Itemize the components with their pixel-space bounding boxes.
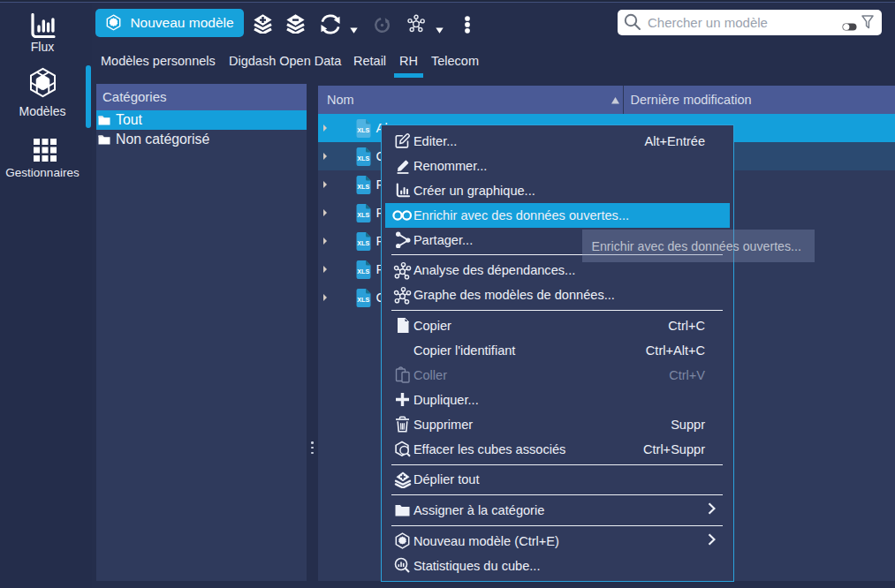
svg-text:XLS: XLS [357,210,369,218]
svg-text:XLS: XLS [357,182,369,190]
svg-text:XLS: XLS [357,154,369,162]
svg-text:XLS: XLS [357,267,369,275]
svg-text:XLS: XLS [357,125,369,133]
svg-text:XLS: XLS [357,295,369,303]
svg-text:XLS: XLS [357,238,369,246]
